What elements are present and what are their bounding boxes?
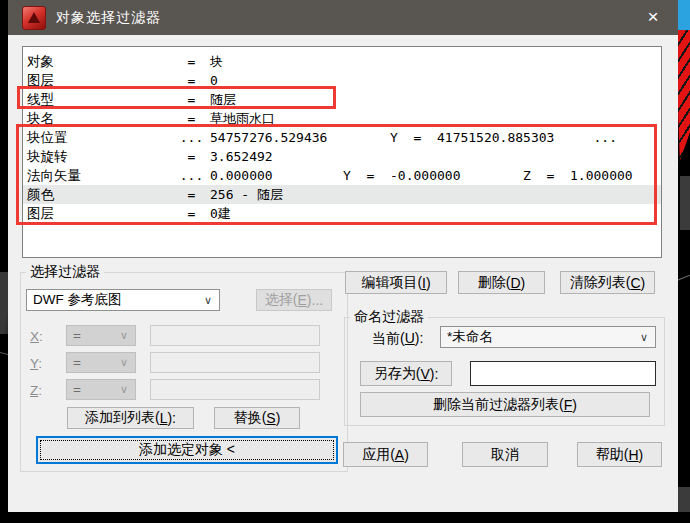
list-row[interactable]: 块旋转=3.652492 [23,147,661,166]
filter-type-dropdown[interactable]: DWF 参考底图 ∨ [26,289,220,311]
delete-button[interactable]: 删除(D) [458,271,545,294]
list-row[interactable]: 对象=块 [23,52,661,71]
label-text: 删除( [478,274,511,292]
coord-label-z: Z: [30,383,42,398]
list-cell: 对象 [23,52,173,71]
label-text: ) [641,275,646,291]
delete-current-filter-button[interactable]: 删除当前过滤器列表(F) [360,392,650,417]
label-text: 选择( [265,291,298,309]
drawing-blue-shape [678,0,690,30]
coord-operator-value: = [67,355,113,370]
select-filter-group-title: 选择过滤器 [26,263,104,281]
label-text: ): [430,366,439,382]
list-cell: 块旋转 [23,147,173,166]
add-to-list-button[interactable]: 添加到列表(L): [67,407,194,429]
label-text: 删除当前过滤器列表( [433,396,564,414]
list-cell: 图层 [23,204,173,223]
list-row[interactable]: 块名=草地雨水口 [23,109,661,128]
coord-operator-dropdown-y: = ∨ [66,352,136,373]
clear-list-button[interactable]: 清除列表(C) [560,271,655,294]
named-filter-group-title: 命名过滤器 [350,308,428,326]
title-bar[interactable]: 对象选择过滤器 × [8,0,678,35]
list-cell: = [173,147,210,166]
list-cell: = [173,71,210,90]
list-cell: 54757276.529436 Y = 41751520.885303 ... [210,128,661,147]
label-text: 添加到列表( [85,409,160,427]
window-title: 对象选择过滤器 [56,9,161,27]
list-row[interactable]: 颜色=256 - 随层 [23,185,661,204]
list-cell: 0建 [210,204,661,223]
label-text: 另存为( [374,365,421,383]
label-text: : [39,329,43,344]
help-button[interactable]: 帮助(H) [577,442,662,467]
coord-operator-dropdown-x: = ∨ [66,325,136,346]
mnemonic-letter: C [630,275,640,291]
save-as-input[interactable] [470,361,656,386]
mnemonic-letter: V [420,366,429,382]
mnemonic-letter: Z [30,383,38,398]
coord-operator-value: = [67,328,113,343]
close-button[interactable]: × [636,2,670,32]
mnemonic-letter: E [297,292,306,308]
add-selected-object-button[interactable]: 添加选定对象 < [36,436,338,464]
label-text: ): [167,410,176,426]
label-text: 当前( [372,330,405,346]
substitute-button[interactable]: 替换(S) [214,407,300,429]
drawing-red-hatch-shape [678,30,690,161]
list-cell: 块 [210,52,661,71]
mnemonic-letter: D [510,275,520,291]
list-cell: 块名 [23,109,173,128]
list-cell: 块位置 [23,128,173,147]
chevron-down-icon: ∨ [113,329,135,342]
list-cell: = [173,109,210,128]
coord-label-y: Y: [30,356,42,371]
label-text: 编辑项目( [361,274,422,292]
list-cell: 3.652492 [210,147,661,166]
list-cell: 随层 [210,90,661,109]
list-cell: ... [173,166,210,185]
list-cell: 草地雨水口 [210,109,661,128]
list-row[interactable]: 图层=0建 [23,204,661,223]
mnemonic-letter: L [160,410,168,426]
list-cell: 0 [210,71,661,90]
edit-item-button[interactable]: 编辑项目(I) [345,271,447,294]
current-filter-label: 当前(U): [372,330,423,348]
list-cell: = [173,90,210,109]
coord-operator-value: = [67,382,113,397]
label-text: 应用( [362,446,395,464]
label-text: ) [276,410,281,426]
chevron-down-icon: ∨ [197,294,219,307]
chevron-down-icon: ∨ [113,356,135,369]
list-row[interactable]: 法向矢量...0.000000 Y = -0.000000 Z = 1.0000… [23,166,661,185]
mnemonic-letter: H [628,447,638,463]
list-cell: 线型 [23,90,173,109]
label-text: 清除列表( [570,274,631,292]
filter-list[interactable]: 对象=块图层=0线型=随层块名=草地雨水口块位置...54757276.5294… [22,46,662,258]
list-cell: 256 - 随层 [210,185,661,204]
label-text: ) [572,397,577,413]
list-row[interactable]: 块位置...54757276.529436 Y = 41751520.88530… [23,128,661,147]
drawing-gray-patch [680,176,690,230]
chevron-down-icon: ∨ [633,331,655,344]
mnemonic-letter: A [395,447,404,463]
coord-operator-dropdown-z: = ∨ [66,379,136,400]
current-filter-value: *未命名 [441,328,633,346]
list-row[interactable]: 线型=随层 [23,90,661,109]
drawing-gray-patch [0,272,8,334]
list-cell: = [173,52,210,71]
mnemonic-letter: S [266,410,275,426]
label-text: ) [404,447,409,463]
coord-value-input-z [150,379,320,400]
current-filter-dropdown[interactable]: *未命名 ∨ [440,326,656,348]
autocad-icon [22,6,46,30]
label-text: ) [426,275,431,291]
autocad-a-glyph [28,12,40,23]
apply-button[interactable]: 应用(A) [343,442,428,467]
mnemonic-letter: U [405,330,415,346]
label-text: ) [639,447,644,463]
cancel-button[interactable]: 取消 [462,442,548,467]
save-as-button[interactable]: 另存为(V): [360,361,452,386]
list-row[interactable]: 图层=0 [23,71,661,90]
list-cell: ... [173,128,210,147]
label-text: 替换( [234,409,267,427]
